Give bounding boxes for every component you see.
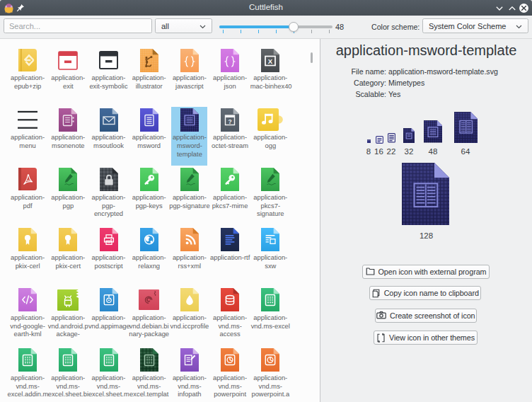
- svg-text:?: ?: [228, 117, 231, 125]
- svg-text:X: X: [268, 57, 273, 65]
